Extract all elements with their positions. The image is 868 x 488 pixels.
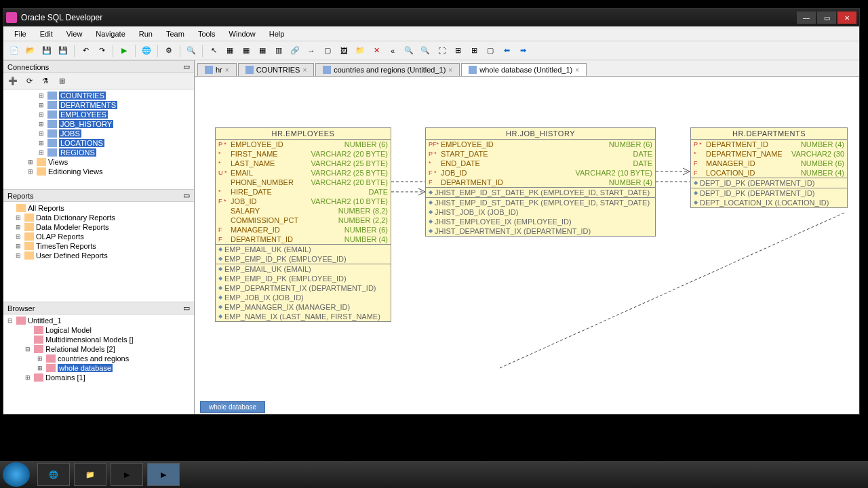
save-icon[interactable]: 💾 <box>40 44 54 58</box>
close-icon[interactable]: × <box>302 66 307 74</box>
entity-title: HR.DEPARTMENTS <box>691 128 847 140</box>
first-icon[interactable]: « <box>386 44 399 58</box>
taskbar-chrome[interactable]: 🌐 <box>37 463 70 486</box>
connections-toolbar: ➕ ⟳ ⚗ ⊞ <box>3 73 194 89</box>
reports-tree[interactable]: All Reports ⊞Data Dictionary Reports ⊞Da… <box>3 202 194 302</box>
taskbar-app[interactable]: ▶ <box>147 463 180 486</box>
minimize-button[interactable]: — <box>797 12 816 24</box>
fit-icon[interactable]: ⛶ <box>435 44 448 58</box>
entity-employees[interactable]: HR.EMPLOYEES P *EMPLOYEE_IDNUMBER (6)*FI… <box>215 127 391 322</box>
taskbar-media[interactable]: ▶ <box>111 463 143 486</box>
close-icon[interactable]: × <box>448 66 452 74</box>
close-icon[interactable]: × <box>225 66 229 74</box>
tab-hr[interactable]: hr× <box>197 63 237 76</box>
layout2-icon[interactable]: ⊞ <box>467 44 481 58</box>
undo-icon[interactable]: ↶ <box>79 44 92 58</box>
layout-icon[interactable]: ⊞ <box>451 44 465 58</box>
diagram-canvas[interactable]: HR.EMPLOYEES P *EMPLOYEE_IDNUMBER (6)*FI… <box>195 77 859 414</box>
entity-title: HR.JOB_HISTORY <box>426 128 655 140</box>
panel-min-icon[interactable]: ▭ <box>183 191 190 200</box>
tab-whole-database[interactable]: whole database (Untitled_1)× <box>461 63 587 76</box>
panel-min-icon[interactable]: ▭ <box>183 304 190 312</box>
expand-icon[interactable]: ⊞ <box>55 75 68 88</box>
refresh-icon[interactable]: ⟳ <box>22 75 36 88</box>
taskbar: 🌐 📁 ▶ ▶ <box>0 461 868 488</box>
folder-icon[interactable]: 📁 <box>353 44 367 58</box>
subview-tab[interactable]: whole database <box>200 401 265 413</box>
menu-run[interactable]: Run <box>132 28 159 39</box>
forward-icon[interactable]: ➡ <box>516 44 530 58</box>
zoom-in-icon[interactable]: 🔍 <box>402 44 416 58</box>
view-icon[interactable]: ▦ <box>256 44 269 58</box>
arrow-icon[interactable]: → <box>304 44 318 58</box>
run-icon[interactable]: ▶ <box>117 44 131 58</box>
tab-countries-regions[interactable]: countries and regions (Untitled_1)× <box>315 63 460 76</box>
menu-help[interactable]: Help <box>262 28 292 39</box>
menu-tools[interactable]: Tools <box>191 28 222 39</box>
tab-countries[interactable]: COUNTRIES× <box>238 63 315 76</box>
connections-tree[interactable]: ⊞COUNTRIES ⊞DEPARTMENTS ⊞EMPLOYEES ⊞JOB_… <box>3 89 194 189</box>
redo-icon[interactable]: ↷ <box>95 44 108 58</box>
app-window: Oracle SQL Developer — ▭ ✕ File Edit Vie… <box>3 8 860 415</box>
menu-window[interactable]: Window <box>222 28 262 39</box>
app-icon <box>6 12 17 23</box>
tool-icon[interactable]: ⚙ <box>162 44 176 58</box>
reports-header: Reports▭ <box>3 189 194 202</box>
connections-header: Connections▭ <box>3 60 194 73</box>
start-button[interactable] <box>3 462 30 487</box>
split-icon[interactable]: ▥ <box>272 44 285 58</box>
editor-tabs: hr× COUNTRIES× countries and regions (Un… <box>195 60 859 77</box>
zoom-out-icon[interactable]: 🔍 <box>418 44 432 58</box>
new-icon[interactable]: 📄 <box>7 44 21 58</box>
entity-title: HR.EMPLOYEES <box>216 128 391 140</box>
app-title: Oracle SQL Developer <box>21 13 797 22</box>
image-icon[interactable]: 🖼 <box>337 44 351 58</box>
back-icon[interactable]: ⬅ <box>500 44 513 58</box>
add-connection-icon[interactable]: ➕ <box>6 75 20 88</box>
note-icon[interactable]: ▢ <box>321 44 334 58</box>
nav-icon[interactable]: 🌐 <box>140 44 153 58</box>
menu-edit[interactable]: Edit <box>33 28 60 39</box>
panel-min-icon[interactable]: ▭ <box>183 62 190 71</box>
titlebar: Oracle SQL Developer — ▭ ✕ <box>3 9 859 26</box>
open-icon[interactable]: 📂 <box>24 44 37 58</box>
entity-job-history[interactable]: HR.JOB_HISTORY PF*EMPLOYEE_IDNUMBER (6)P… <box>425 127 656 237</box>
main-toolbar: 📄 📂 💾 💾 ↶ ↷ ▶ 🌐 ⚙ 🔍 ↖ ▦ ▦ ▦ ▥ 🔗 → ▢ 🖼 📁 … <box>3 41 859 60</box>
menubar: File Edit View Navigate Run Team Tools W… <box>3 26 859 41</box>
filter-icon[interactable]: ⚗ <box>39 75 52 88</box>
menu-team[interactable]: Team <box>159 28 191 39</box>
save-all-icon[interactable]: 💾 <box>56 44 70 58</box>
link-icon[interactable]: 🔗 <box>288 44 302 58</box>
table-icon[interactable]: ▦ <box>239 44 253 58</box>
layout3-icon[interactable]: ▢ <box>484 44 497 58</box>
menu-file[interactable]: File <box>7 28 33 39</box>
close-icon[interactable]: × <box>575 66 579 74</box>
taskbar-explorer[interactable]: 📁 <box>74 463 106 486</box>
close-button[interactable]: ✕ <box>837 12 856 24</box>
grid-icon[interactable]: ▦ <box>223 44 237 58</box>
maximize-button[interactable]: ▭ <box>817 12 836 24</box>
entity-departments[interactable]: HR.DEPARTMENTS P *DEPARTMENT_IDNUMBER (4… <box>690 127 848 208</box>
menu-view[interactable]: View <box>60 28 90 39</box>
search-icon[interactable]: 🔍 <box>184 44 198 58</box>
browser-tree[interactable]: ⊟Untitled_1 Logical Model Multidimension… <box>3 314 194 414</box>
browser-header: Browser▭ <box>3 302 194 314</box>
cursor-icon[interactable]: ↖ <box>207 44 220 58</box>
menu-navigate[interactable]: Navigate <box>89 28 132 39</box>
delete-icon[interactable]: ✕ <box>370 44 383 58</box>
